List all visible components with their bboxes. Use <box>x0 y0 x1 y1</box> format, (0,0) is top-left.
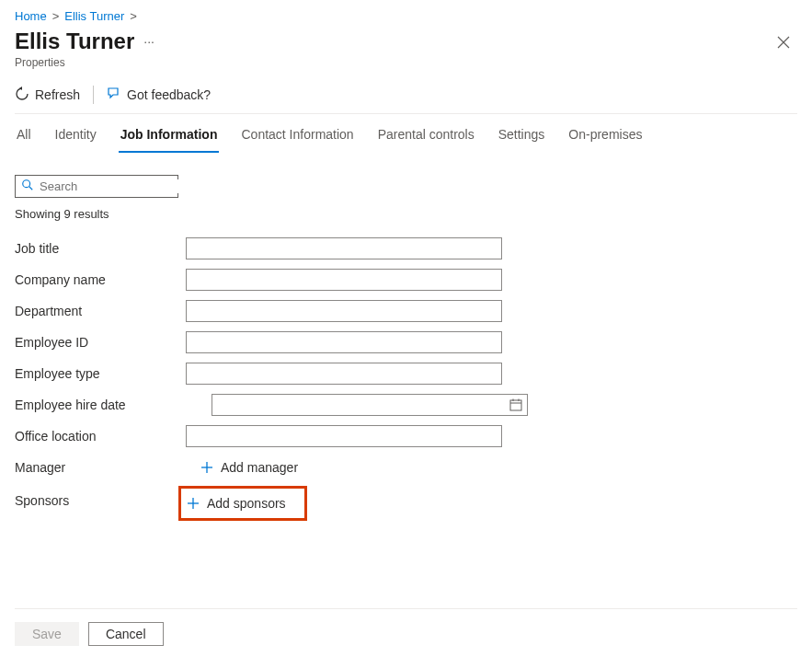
label-department: Department <box>15 304 186 318</box>
refresh-icon <box>15 86 29 104</box>
label-employee-hire-date: Employee hire date <box>15 398 186 412</box>
input-employee-type[interactable] <box>186 363 502 385</box>
label-job-title: Job title <box>15 241 186 256</box>
input-employee-id[interactable] <box>186 331 502 353</box>
tab-settings[interactable]: Settings <box>497 118 547 153</box>
input-office-location[interactable] <box>186 425 502 447</box>
input-company-name[interactable] <box>186 269 502 291</box>
feedback-label: Got feedback? <box>127 87 211 102</box>
search-box[interactable] <box>15 175 178 198</box>
add-sponsors-label: Add sponsors <box>207 496 286 511</box>
breadcrumb-home[interactable]: Home <box>15 9 47 23</box>
input-department[interactable] <box>186 300 502 322</box>
label-sponsors: Sponsors <box>15 484 186 508</box>
calendar-icon[interactable] <box>509 398 522 411</box>
tabs: All Identity Job Information Contact Inf… <box>15 118 797 153</box>
tab-on-premises[interactable]: On-premises <box>566 118 644 153</box>
tab-all[interactable]: All <box>15 118 33 153</box>
results-count: Showing 9 results <box>15 207 797 221</box>
chevron-right-icon: > <box>130 9 137 23</box>
input-employee-hire-date[interactable] <box>212 394 528 416</box>
top-divider <box>15 113 797 114</box>
svg-rect-2 <box>510 400 521 410</box>
feedback-button[interactable]: Got feedback? <box>107 86 211 104</box>
close-icon <box>777 36 790 49</box>
plus-icon <box>187 497 200 510</box>
search-input[interactable] <box>40 179 194 193</box>
label-manager: Manager <box>15 460 186 475</box>
input-job-title[interactable] <box>186 237 502 259</box>
svg-point-0 <box>23 180 30 188</box>
tab-job-information[interactable]: Job Information <box>119 118 220 153</box>
breadcrumb: Home > Ellis Turner > <box>15 7 797 29</box>
search-icon <box>21 179 34 194</box>
plus-icon <box>200 461 213 474</box>
more-actions-button[interactable]: ··· <box>143 34 154 49</box>
breadcrumb-user[interactable]: Ellis Turner <box>64 9 124 23</box>
page-subtitle: Properties <box>15 56 154 69</box>
command-separator <box>93 86 94 104</box>
refresh-label: Refresh <box>35 87 80 102</box>
add-manager-button[interactable]: Add manager <box>200 460 298 475</box>
tab-parental-controls[interactable]: Parental controls <box>376 118 476 153</box>
add-sponsors-button[interactable]: Add sponsors <box>187 496 299 511</box>
label-employee-id: Employee ID <box>15 335 186 350</box>
chevron-right-icon: > <box>52 9 60 23</box>
close-button[interactable] <box>770 29 797 59</box>
label-office-location: Office location <box>15 429 186 444</box>
tab-contact-information[interactable]: Contact Information <box>239 118 355 153</box>
tab-identity[interactable]: Identity <box>53 118 98 153</box>
feedback-icon <box>107 86 121 104</box>
add-sponsors-highlight: Add sponsors <box>178 486 307 521</box>
add-manager-label: Add manager <box>221 460 298 475</box>
label-company-name: Company name <box>15 272 186 287</box>
svg-line-1 <box>29 187 33 190</box>
label-employee-type: Employee type <box>15 366 186 381</box>
refresh-button[interactable]: Refresh <box>15 86 80 104</box>
page-title: Ellis Turner <box>15 29 134 54</box>
